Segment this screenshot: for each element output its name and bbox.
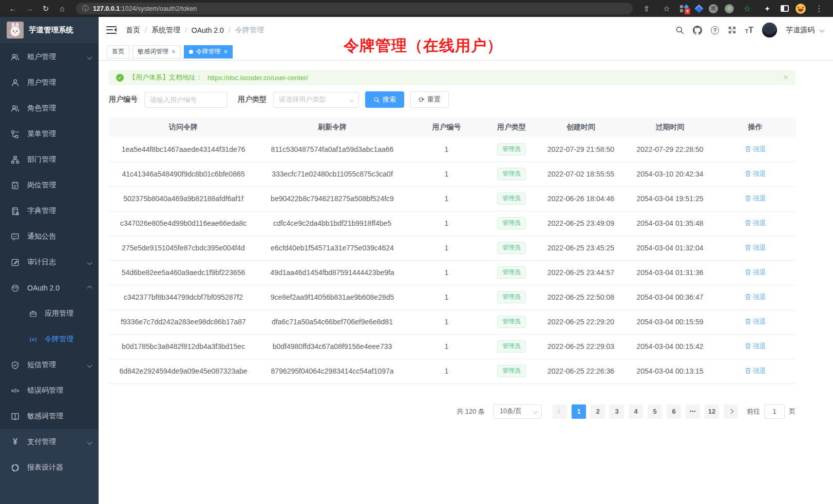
browser-home-icon[interactable]: ⌂ xyxy=(55,3,69,15)
search-button[interactable]: 搜索 xyxy=(365,91,404,108)
breadcrumb-current: 令牌管理 xyxy=(235,26,264,35)
browser-reload-icon[interactable]: ↻ xyxy=(39,3,52,15)
address-bar[interactable]: ⓘ 127.0.0.1:1024/system/oauth2/token xyxy=(76,3,633,14)
site-info-icon[interactable]: ⓘ xyxy=(82,4,89,13)
col-created-time: 创建时间 xyxy=(537,117,625,137)
browser-forward-icon[interactable]: → xyxy=(23,3,36,15)
sidebar-item-label: 角色管理 xyxy=(27,104,56,113)
user-id-cell: 1 xyxy=(407,334,486,359)
tab-token[interactable]: 令牌管理 × xyxy=(184,45,233,59)
font-size-icon[interactable]: TT xyxy=(745,26,753,34)
force-logout-button[interactable]: 强退 xyxy=(745,317,766,326)
sidebar-item-menu[interactable]: 菜单管理 xyxy=(0,121,99,147)
sidebar-item-tenant[interactable]: 租户管理 xyxy=(0,44,99,70)
app-logo[interactable]: 芋道管理系统 xyxy=(0,17,99,43)
force-logout-button[interactable]: 强退 xyxy=(745,366,766,376)
sidebar-item-oauth-apps[interactable]: 应用管理 xyxy=(0,301,99,326)
page-button-6[interactable]: 6 xyxy=(667,404,681,419)
command-extension-icon[interactable]: ⌘ xyxy=(709,4,718,13)
sidebar-item-report-designer[interactable]: 报表设计器 xyxy=(0,455,99,480)
sidebar-item-label: 敏感词管理 xyxy=(27,412,63,421)
sidebar-item-oauth2[interactable]: OAuth 2.0 xyxy=(0,275,99,301)
sidebar-item-post[interactable]: 岗位管理 xyxy=(0,172,99,198)
user-type-select[interactable]: 请选择用户类型 xyxy=(273,92,359,108)
more-pages-button[interactable]: ⋯ xyxy=(686,404,700,419)
green-star-extension-icon[interactable]: ☆ xyxy=(741,3,754,15)
expire-time-cell: 2054-03-04 00:13:15 xyxy=(625,359,715,383)
user-id-input[interactable] xyxy=(144,92,228,108)
close-icon[interactable]: × xyxy=(224,48,228,55)
force-logout-button[interactable]: 强退 xyxy=(745,194,766,203)
page-button-1[interactable]: 1 xyxy=(572,404,586,419)
share-icon[interactable]: ⇧ xyxy=(640,3,653,15)
page-size-select[interactable]: 10条/页 xyxy=(493,404,542,419)
recorder-extension-icon[interactable] xyxy=(725,4,734,13)
page-button-2[interactable]: 2 xyxy=(591,404,605,419)
avatar[interactable] xyxy=(762,23,777,37)
force-logout-button[interactable]: 强退 xyxy=(745,219,766,228)
page-button-3[interactable]: 3 xyxy=(610,404,624,419)
alert-close-icon[interactable]: × xyxy=(783,72,788,83)
bookmark-star-icon[interactable]: ☆ xyxy=(660,3,673,15)
chevron-down-icon xyxy=(533,409,538,414)
side-panel-icon[interactable] xyxy=(781,5,789,12)
tab-sensitive-words[interactable]: 敏感词管理 × xyxy=(132,45,181,59)
breadcrumb-system[interactable]: 系统管理 xyxy=(152,26,180,35)
force-logout-button[interactable]: 强退 xyxy=(745,243,766,253)
sidebar-item-dept[interactable]: 部门管理 xyxy=(0,147,99,172)
force-logout-label: 强退 xyxy=(753,317,766,326)
force-logout-button[interactable]: 强退 xyxy=(745,268,766,277)
sidebar-item-sensitive-words[interactable]: 敏感词管理 xyxy=(0,403,99,429)
refresh-token-cell: e6cfd40eb1f54571a31e775e039c4624 xyxy=(258,236,407,260)
help-icon[interactable]: ? xyxy=(711,26,719,34)
breadcrumb-oauth[interactable]: OAuth 2.0 xyxy=(192,26,224,34)
pagination-bar: 共 120 条 10条/页 1 2 3 4 5 6 ⋯ 12 前往 页 xyxy=(109,404,796,419)
browser-back-icon[interactable]: ← xyxy=(6,3,20,15)
sidebar-item-audit-log[interactable]: 审计日志 xyxy=(0,249,99,275)
extension-grid-icon[interactable]: 9 xyxy=(680,5,689,13)
next-page-button[interactable] xyxy=(724,404,738,419)
created-time-cell: 2022-07-29 21:58:50 xyxy=(537,137,625,162)
force-logout-button[interactable]: 强退 xyxy=(745,293,766,302)
users-icon xyxy=(11,104,20,113)
expire-time-cell: 2054-03-04 00:15:59 xyxy=(625,309,715,334)
username[interactable]: 芋道源码 xyxy=(786,26,815,35)
force-logout-button[interactable]: 强退 xyxy=(745,342,766,351)
pinwheel-extension-icon[interactable]: ✦ xyxy=(761,3,774,15)
fullscreen-icon[interactable] xyxy=(728,26,736,34)
search-icon[interactable] xyxy=(675,26,684,34)
user-menu-caret-icon[interactable] xyxy=(820,28,825,33)
goto-page-input[interactable] xyxy=(764,404,785,419)
sidebar-item-notice[interactable]: 通知公告 xyxy=(0,224,99,249)
emoji-profile-icon[interactable] xyxy=(796,4,806,14)
sidebar-item-error-code[interactable]: </> 错误码管理 xyxy=(0,378,99,403)
col-actions: 操作 xyxy=(715,117,796,137)
sidebar-item-token[interactable]: A 令牌管理 xyxy=(0,326,99,352)
sidebar-item-user[interactable]: 用户管理 xyxy=(0,70,99,95)
github-icon[interactable] xyxy=(693,26,702,35)
access-token-cell: 41c41346a548490f9dc8b01c6bfe0865 xyxy=(109,162,258,186)
force-logout-label: 强退 xyxy=(753,268,766,277)
force-logout-label: 强退 xyxy=(753,342,766,351)
force-logout-button[interactable]: 强退 xyxy=(745,169,766,179)
sidebar-item-sms[interactable]: 短信管理 xyxy=(0,352,99,378)
trash-icon xyxy=(745,244,751,251)
page-button-12[interactable]: 12 xyxy=(705,404,719,419)
tab-home[interactable]: 首页 xyxy=(107,45,129,59)
doc-link[interactable]: https://doc.iocoder.cn/user-center/ xyxy=(207,74,308,82)
gem-extension-icon[interactable] xyxy=(695,4,704,13)
page-button-4[interactable]: 4 xyxy=(629,404,643,419)
sidebar-item-dict[interactable]: 字典管理 xyxy=(0,198,99,224)
page-button-5[interactable]: 5 xyxy=(648,404,662,419)
sidebar-collapse-icon[interactable] xyxy=(106,26,117,34)
sidebar-item-role[interactable]: 角色管理 xyxy=(0,95,99,121)
reset-button[interactable]: ⟳ 重置 xyxy=(410,91,449,108)
prev-page-button[interactable] xyxy=(553,404,567,419)
close-icon[interactable]: × xyxy=(172,48,176,55)
user-type-badge: 管理员 xyxy=(497,217,526,229)
table-row: 41c41346a548490f9dc8b01c6bfe0865 333ecfc… xyxy=(109,162,796,186)
breadcrumb-home[interactable]: 首页 xyxy=(126,26,140,35)
sidebar-item-pay[interactable]: ¥ 支付管理 xyxy=(0,429,99,455)
force-logout-button[interactable]: 强退 xyxy=(745,145,766,154)
browser-menu-icon[interactable]: ⋮ xyxy=(812,3,826,15)
